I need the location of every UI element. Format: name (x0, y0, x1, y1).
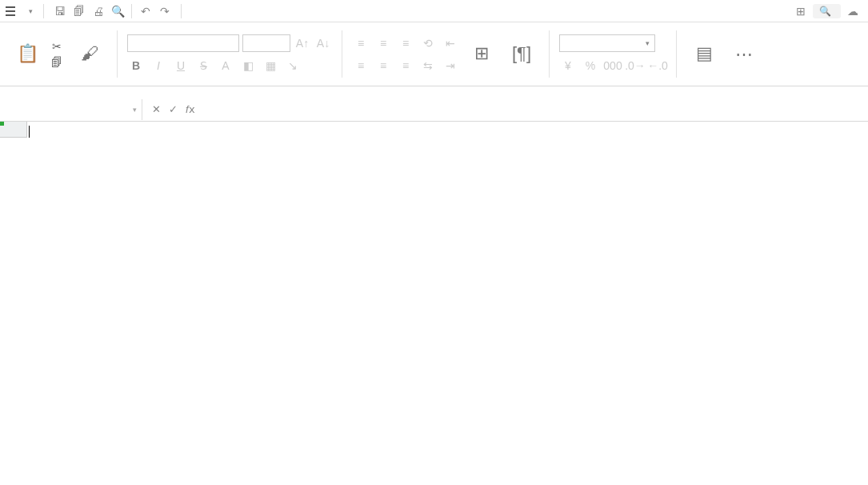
distribute-icon[interactable]: ⇆ (419, 57, 437, 74)
comma-icon[interactable]: 000 (604, 57, 622, 74)
font-size-select[interactable] (242, 34, 290, 52)
separator (131, 4, 132, 18)
align-left-icon[interactable]: ≡ (352, 57, 370, 74)
orientation-icon[interactable]: ⟲ (419, 34, 437, 52)
inc-decimal-icon[interactable]: .0→ (626, 57, 644, 74)
merge-center-button[interactable]: ⊞ (464, 43, 499, 66)
copy-icon: 🗐 (50, 56, 64, 69)
addon-icon[interactable]: ⊞ (794, 4, 808, 18)
merge-icon: ⊞ (474, 43, 489, 64)
cloud-icon[interactable]: ☁ (846, 4, 860, 18)
accept-formula-icon[interactable]: ✓ (169, 103, 178, 115)
number-format-select[interactable] (559, 34, 655, 52)
ribbon: 📋 ✂ 🗐 🖌 A↑ A↓ B I U S̶ A (0, 22, 868, 86)
app-menu-icon[interactable] (3, 4, 18, 18)
search-icon: 🔍 (819, 6, 831, 17)
strike-button[interactable]: S̶ (194, 57, 212, 74)
name-box[interactable] (0, 99, 142, 120)
increase-font-icon[interactable]: A↑ (294, 34, 311, 52)
quick-access-toolbar: 🖫 🗐 🖨 🔍 ↶ ↷ (48, 4, 177, 18)
cond-format-button[interactable]: ▤ (686, 43, 722, 66)
text-cursor (29, 126, 30, 138)
align-right-icon[interactable]: ≡ (397, 57, 414, 74)
separator (43, 4, 44, 18)
bold-button[interactable]: B (127, 57, 145, 74)
print-preview-icon[interactable]: 🔍 (110, 4, 125, 18)
more-icon: ⋯ (735, 44, 753, 65)
paste-button[interactable]: 📋 (10, 43, 45, 66)
border-button[interactable]: ▦ (262, 57, 279, 74)
formula-bar: ✕ ✓ fⅹ (0, 98, 868, 122)
cut-icon: ✂ (50, 40, 64, 53)
align-center-icon[interactable]: ≡ (374, 57, 392, 74)
cut-button[interactable]: ✂ (50, 40, 67, 53)
file-menu[interactable] (20, 6, 39, 17)
italic-button[interactable]: I (150, 57, 167, 74)
worksheet[interactable] (0, 122, 868, 474)
percent-icon[interactable]: % (582, 57, 599, 74)
align-middle-icon[interactable]: ≡ (374, 34, 392, 52)
fill-color-button[interactable]: ◧ (239, 57, 257, 74)
cond-format-icon: ▤ (696, 43, 713, 64)
paste-icon: 📋 (17, 43, 38, 64)
underline-button[interactable]: U (172, 57, 190, 74)
select-all-corner[interactable] (0, 122, 27, 138)
print-icon[interactable]: 🖨 (91, 4, 106, 18)
copy-button[interactable]: 🗐 (50, 56, 67, 69)
cancel-formula-icon[interactable]: ✕ (152, 103, 161, 115)
expand-font-icon[interactable]: ↘ (284, 57, 302, 74)
save-icon[interactable]: 🖫 (53, 4, 67, 18)
format-painter-button[interactable]: 🖌 (72, 43, 107, 66)
font-color-button[interactable]: A (217, 57, 234, 74)
redo-icon[interactable]: ↷ (158, 4, 172, 18)
undo-icon[interactable]: ↶ (138, 4, 153, 18)
align-bottom-icon[interactable]: ≡ (397, 34, 414, 52)
indent-inc-icon[interactable]: ⇥ (442, 57, 459, 74)
dec-decimal-icon[interactable]: ←.0 (649, 57, 666, 74)
decrease-font-icon[interactable]: A↓ (314, 34, 332, 52)
wrap-icon: [¶] (512, 43, 531, 64)
indent-dec-icon[interactable]: ⇤ (442, 34, 459, 52)
currency-icon[interactable]: ¥ (559, 57, 577, 74)
search-input[interactable]: 🔍 (813, 4, 841, 18)
font-name-select[interactable] (127, 34, 239, 52)
fx-icon[interactable]: fⅹ (186, 103, 195, 115)
wrap-text-button[interactable]: [¶] (504, 43, 539, 66)
brush-icon: 🖌 (81, 43, 98, 64)
more-button[interactable]: ⋯ (726, 44, 762, 65)
save-as-icon[interactable]: 🗐 (72, 4, 86, 18)
separator (181, 4, 182, 18)
align-top-icon[interactable]: ≡ (352, 34, 370, 52)
